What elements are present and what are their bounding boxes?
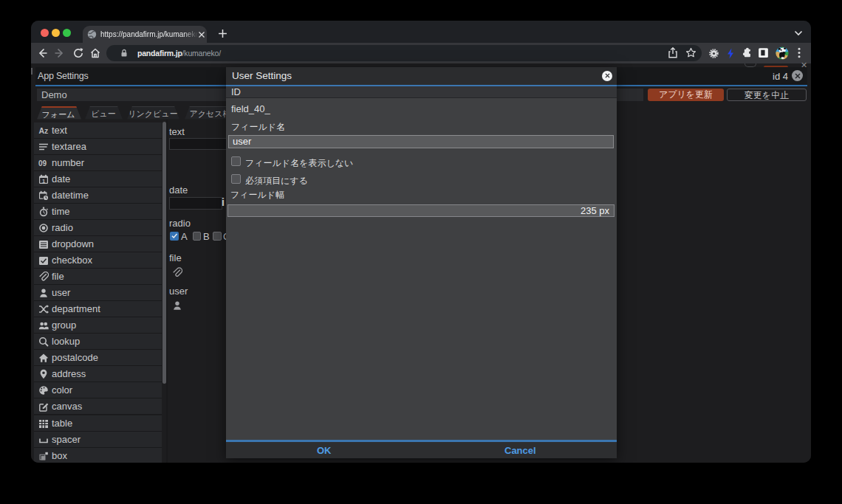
svg-text:1: 1 <box>42 177 45 184</box>
svg-text:Az: Az <box>39 126 49 135</box>
svg-text:09: 09 <box>38 159 47 168</box>
